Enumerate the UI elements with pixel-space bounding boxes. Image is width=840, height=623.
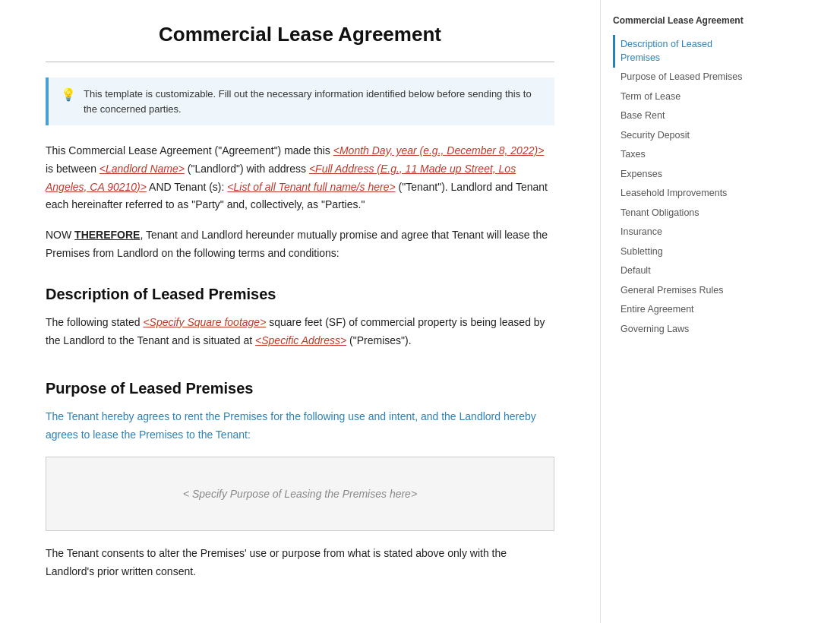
sidebar-item-0[interactable]: Description of Leased Premises — [613, 35, 747, 68]
main-content: Commercial Lease Agreement 💡 This templa… — [0, 0, 600, 623]
section-purpose: Purpose of Leased Premises The Tenant he… — [46, 380, 554, 580]
sidebar-title: Commercial Lease Agreement — [613, 15, 747, 26]
therefore-keyword: THEREFORE — [74, 229, 140, 241]
section-paragraph-description: The following stated <Specify Square foo… — [46, 314, 554, 350]
specify-box[interactable]: < Specify Purpose of Leasing the Premise… — [46, 457, 554, 531]
notice-box: 💡 This template is customizable. Fill ou… — [46, 77, 554, 125]
sidebar-item-13[interactable]: Entire Agreement — [613, 300, 747, 320]
intro-paragraph: This Commercial Lease Agreement ("Agreem… — [46, 142, 554, 214]
specific-address-field[interactable]: <Specific Address> — [255, 334, 346, 346]
title-divider — [46, 62, 554, 62]
section-heading-description: Description of Leased Premises — [46, 286, 554, 303]
landlord-field[interactable]: <Landlord Name> — [99, 163, 185, 175]
purpose-blue-text: The Tenant hereby agrees to rent the Pre… — [46, 408, 554, 444]
lightbulb-icon: 💡 — [61, 87, 76, 102]
purpose-footer-text: The Tenant consents to alter the Premise… — [46, 545, 554, 581]
sidebar-item-14[interactable]: Governing Laws — [613, 320, 747, 340]
sidebar-item-10[interactable]: Subletting — [613, 242, 747, 262]
sidebar-item-11[interactable]: Default — [613, 261, 747, 281]
sidebar: Commercial Lease Agreement Description o… — [600, 0, 759, 623]
sidebar-nav: Description of Leased PremisesPurpose of… — [613, 35, 747, 339]
sidebar-item-2[interactable]: Term of Lease — [613, 87, 747, 107]
therefore-prefix: NOW — [46, 229, 74, 241]
sidebar-item-1[interactable]: Purpose of Leased Premises — [613, 68, 747, 87]
therefore-paragraph: NOW THEREFORE, Tenant and Landlord hereu… — [46, 226, 554, 263]
square-footage-field[interactable]: <Specify Square footage> — [143, 316, 266, 328]
specify-placeholder: < Specify Purpose of Leasing the Premise… — [183, 488, 417, 500]
notice-text: This template is customizable. Fill out … — [84, 87, 542, 116]
sidebar-item-8[interactable]: Tenant Obligations — [613, 204, 747, 223]
section-description: Description of Leased Premises The follo… — [46, 286, 554, 350]
date-field[interactable]: <Month Day, year (e.g., December 8, 2022… — [333, 144, 545, 157]
sidebar-item-4[interactable]: Security Deposit — [613, 126, 747, 146]
desc-part1: The following stated — [46, 316, 143, 328]
sidebar-item-12[interactable]: General Premises Rules — [613, 281, 747, 301]
intro-part3: ("Landlord") with address — [185, 163, 309, 175]
tenant-field[interactable]: <List of all Tenant full name/s here> — [227, 181, 395, 193]
sidebar-item-6[interactable]: Expenses — [613, 165, 747, 185]
section-heading-purpose: Purpose of Leased Premises — [46, 380, 554, 397]
sidebar-item-5[interactable]: Taxes — [613, 145, 747, 165]
doc-title: Commercial Lease Agreement — [46, 23, 554, 46]
desc-part3: ("Premises"). — [346, 334, 411, 346]
sidebar-item-9[interactable]: Insurance — [613, 223, 747, 242]
intro-part4: AND Tenant (s): — [147, 181, 227, 193]
sidebar-item-7[interactable]: Leasehold Improvements — [613, 184, 747, 204]
sidebar-item-3[interactable]: Base Rent — [613, 106, 747, 126]
intro-part1: This Commercial Lease Agreement ("Agreem… — [46, 144, 333, 157]
intro-part2: is between — [46, 163, 99, 175]
